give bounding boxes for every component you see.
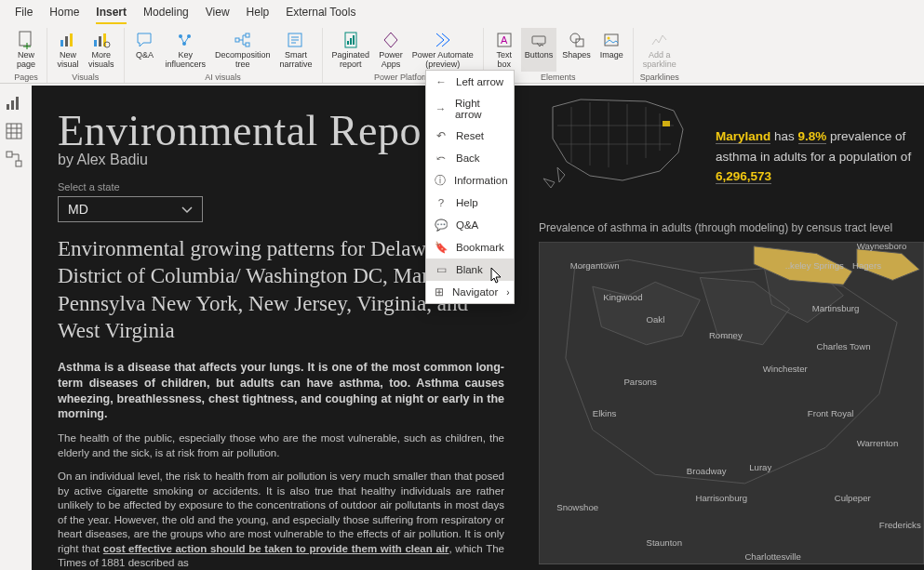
more-visuals-icon xyxy=(92,30,111,50)
svg-text:Fredericks: Fredericks xyxy=(879,520,921,530)
text-box-button[interactable]: A Textbox xyxy=(489,28,519,72)
power-apps-icon xyxy=(382,30,399,50)
svg-text:..keley
Springs: ..keley Springs xyxy=(785,260,844,271)
right-arrow-icon: → xyxy=(435,102,447,115)
menu-blank[interactable]: ▭Blank xyxy=(426,258,514,281)
chart-icon xyxy=(59,30,77,50)
image-button[interactable]: Image xyxy=(596,28,627,72)
qna-icon xyxy=(136,30,154,50)
svg-text:Oakl: Oakl xyxy=(647,314,665,325)
decomposition-tree-icon xyxy=(234,30,252,50)
svg-rect-30 xyxy=(7,152,12,157)
svg-rect-32 xyxy=(663,121,670,126)
group-visuals: Newvisual Morevisuals Visuals xyxy=(47,28,125,83)
help-icon: ? xyxy=(435,196,448,209)
smart-narrative-button[interactable]: Smartnarrative xyxy=(276,28,316,72)
right-column: Maryland has 9.8% prevalence of asthma i… xyxy=(539,93,915,199)
data-view-button[interactable] xyxy=(6,123,22,139)
svg-rect-5 xyxy=(99,36,101,46)
tab-file[interactable]: File xyxy=(15,6,33,24)
new-page-button[interactable]: Newpage xyxy=(11,28,41,72)
svg-text:Hagers: Hagers xyxy=(852,260,881,271)
group-label-ai: AI visuals xyxy=(205,73,241,82)
tab-view[interactable]: View xyxy=(206,6,230,24)
menu-right-arrow[interactable]: →Right arrow xyxy=(426,93,514,125)
more-visuals-button[interactable]: Morevisuals xyxy=(85,28,118,72)
svg-text:A: A xyxy=(501,34,508,46)
chevron-down-icon xyxy=(181,202,193,217)
menu-bookmark[interactable]: 🔖Bookmark xyxy=(426,236,514,258)
svg-text:Front Royal: Front Royal xyxy=(808,408,854,418)
group-ai-visuals: Q&A Keyinfluencers Decompositiontree Sma… xyxy=(125,28,323,83)
menu-back[interactable]: ⤺Back xyxy=(426,147,514,169)
power-apps-button[interactable]: PowerApps xyxy=(375,28,407,72)
paginated-report-button[interactable]: Paginatedreport xyxy=(328,28,374,72)
qna-button[interactable]: Q&A xyxy=(130,28,160,72)
state-dropdown[interactable]: MD xyxy=(58,196,203,222)
bookmark-icon: 🔖 xyxy=(435,241,448,254)
svg-rect-4 xyxy=(94,40,97,46)
sparkline-icon xyxy=(650,30,669,50)
group-label-elements: Elements xyxy=(541,73,576,82)
power-automate-button[interactable]: Power Automate(preview) xyxy=(408,28,477,72)
smart-narrative-icon xyxy=(287,30,305,50)
group-label-power-platform: Power Platform xyxy=(374,73,432,82)
menu-help[interactable]: ?Help xyxy=(426,192,514,214)
menu-reset[interactable]: ↶Reset xyxy=(426,125,514,147)
menu-information[interactable]: ⓘInformation xyxy=(426,169,514,192)
svg-rect-26 xyxy=(7,104,9,110)
report-view-button[interactable] xyxy=(6,95,22,112)
svg-rect-12 xyxy=(246,33,249,37)
text-box-icon: A xyxy=(496,30,513,50)
svg-rect-16 xyxy=(347,41,349,45)
menu-navigator[interactable]: ⊞Navigator› xyxy=(426,281,514,303)
svg-rect-13 xyxy=(246,43,249,46)
tab-modeling[interactable]: Modeling xyxy=(143,6,189,24)
group-label-pages: Pages xyxy=(14,73,38,82)
tab-home[interactable]: Home xyxy=(49,6,79,24)
state-value: MD xyxy=(68,202,88,217)
group-label-visuals: Visuals xyxy=(72,73,99,82)
svg-rect-17 xyxy=(350,38,352,45)
key-influencers-button[interactable]: Keyinfluencers xyxy=(162,28,210,72)
tract-map-visual[interactable]: Waynesboro Morgantown ..keley Springs Ha… xyxy=(539,242,924,564)
view-switcher xyxy=(0,86,28,177)
svg-text:Elkins: Elkins xyxy=(593,408,617,418)
us-map-visual[interactable] xyxy=(539,93,706,195)
back-icon: ⤺ xyxy=(435,152,448,165)
svg-rect-11 xyxy=(235,38,239,42)
menu-left-arrow[interactable]: ←Left arrow xyxy=(426,71,514,93)
group-pages: Newpage Pages xyxy=(6,28,47,83)
tab-external-tools[interactable]: External Tools xyxy=(286,6,355,24)
model-view-button[interactable] xyxy=(6,151,22,167)
svg-rect-21 xyxy=(532,36,545,44)
svg-text:Morgantown: Morgantown xyxy=(570,260,620,271)
shapes-icon xyxy=(569,30,585,50)
svg-rect-29 xyxy=(7,124,21,139)
buttons-button[interactable]: Buttons xyxy=(521,28,557,72)
svg-rect-27 xyxy=(11,100,14,110)
tract-map-label: Prevalence of asthma in adults (through … xyxy=(539,221,892,234)
svg-rect-2 xyxy=(65,36,68,46)
tab-help[interactable]: Help xyxy=(247,6,270,24)
ribbon-tabs: File Home Insert Modeling View Help Exte… xyxy=(0,0,924,24)
svg-rect-28 xyxy=(16,97,19,110)
qna-bubble-icon: 💬 xyxy=(435,219,448,232)
new-visual-button[interactable]: Newvisual xyxy=(53,28,83,72)
svg-text:Parsons: Parsons xyxy=(623,377,656,387)
asthma-definition: Asthma is a disease that affects your lu… xyxy=(58,360,504,423)
add-sparkline-button[interactable]: Add asparkline xyxy=(639,28,680,72)
svg-rect-1 xyxy=(60,40,63,46)
menu-qna[interactable]: 💬Q&A xyxy=(426,214,514,236)
tab-insert[interactable]: Insert xyxy=(96,6,127,24)
decomposition-tree-button[interactable]: Decompositiontree xyxy=(211,28,275,72)
group-label-sparklines: Sparklines xyxy=(640,73,679,82)
svg-rect-31 xyxy=(16,161,21,166)
shapes-button[interactable]: Shapes xyxy=(558,28,595,72)
svg-text:Winchester: Winchester xyxy=(763,364,809,374)
paginated-report-icon xyxy=(342,30,359,50)
image-icon xyxy=(603,30,620,50)
svg-rect-0 xyxy=(20,32,31,46)
svg-text:Waynesboro: Waynesboro xyxy=(857,242,907,251)
maryland-summary: Maryland has 9.8% prevalence of asthma i… xyxy=(716,126,924,187)
